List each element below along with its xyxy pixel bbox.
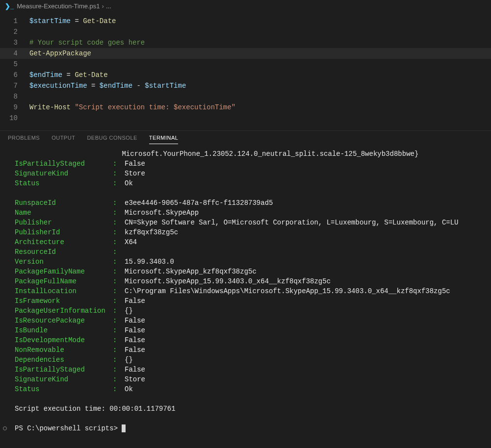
- line-number: 6: [0, 70, 29, 80]
- terminal-key: InstallLocation: [15, 286, 113, 296]
- terminal-sep: :: [113, 374, 125, 384]
- line-number: 8: [0, 91, 29, 102]
- terminal-kv-row: PublisherId: kzf8qxf38zg5c: [15, 227, 481, 237]
- terminal-sep: :: [113, 296, 125, 306]
- terminal-key: IsPartiallyStaged: [15, 159, 113, 169]
- code-line[interactable]: 10: [0, 113, 491, 124]
- code-line[interactable]: 3# Your script code goes here: [0, 37, 491, 48]
- code-line[interactable]: 4Get-AppxPackage: [0, 48, 491, 59]
- terminal-key: Architecture: [15, 237, 113, 247]
- line-number: 2: [0, 26, 29, 37]
- terminal-kv-row: RunspaceId: e3ee4446-9065-487a-8ffc-f113…: [15, 198, 481, 208]
- terminal-key: ResourceId: [15, 247, 113, 257]
- tab-terminal[interactable]: TERMINAL: [149, 135, 179, 144]
- code-line[interactable]: 1$startTime = Get-Date: [0, 16, 491, 26]
- terminal-kv-row: Dependencies: {}: [15, 355, 481, 365]
- terminal-sep: :: [113, 227, 125, 237]
- tab-debug-console[interactable]: DEBUG CONSOLE: [87, 135, 137, 144]
- terminal-kv-row: Architecture: X64: [15, 237, 481, 247]
- code-content[interactable]: # Your script code goes here: [29, 37, 491, 48]
- terminal-sep: :: [113, 306, 125, 316]
- terminal-kv-row: InstallLocation: C:\Program Files\Window…: [15, 286, 481, 296]
- terminal-kv-row: IsFramework: False: [15, 296, 481, 306]
- terminal-sep: :: [113, 316, 125, 325]
- terminal-sep: :: [113, 237, 125, 247]
- terminal-value: {}: [125, 355, 481, 365]
- code-line[interactable]: 6$endTime = Get-Date: [0, 70, 491, 80]
- terminal-sep: :: [113, 345, 125, 355]
- code-line[interactable]: 5: [0, 59, 491, 70]
- code-line[interactable]: 2: [0, 26, 491, 37]
- terminal-key: PackageFamilyName: [15, 267, 113, 276]
- terminal-sep: :: [113, 159, 125, 169]
- terminal-value: Store: [125, 374, 481, 384]
- terminal-kv-row: PackageUserInformation: {}: [15, 306, 481, 316]
- terminal-sep: :: [113, 218, 125, 227]
- terminal-sep: :: [113, 384, 125, 394]
- terminal-value: Ok: [125, 178, 481, 188]
- terminal-key: PackageUserInformation: [15, 306, 113, 316]
- terminal-prompt[interactable]: PS C:\powershell scripts>: [15, 423, 481, 433]
- terminal-value: 15.99.3403.0: [125, 257, 481, 267]
- line-number: 4: [0, 48, 29, 59]
- terminal-value: Store: [125, 169, 481, 178]
- terminal-value: Microsoft.SkypeApp: [125, 208, 481, 218]
- line-number: 7: [0, 80, 29, 91]
- line-number: 9: [0, 102, 29, 113]
- terminal-sep: :: [113, 355, 125, 365]
- code-content[interactable]: [29, 91, 491, 102]
- code-content[interactable]: [29, 59, 491, 70]
- terminal-value: False: [125, 296, 481, 306]
- terminal-value: Microsoft.SkypeApp_15.99.3403.0_x64__kzf…: [125, 276, 481, 286]
- terminal-kv-row: Version: 15.99.3403.0: [15, 257, 481, 267]
- code-content[interactable]: Get-AppxPackage: [29, 48, 491, 59]
- terminal-sep: :: [113, 335, 125, 345]
- terminal-panel[interactable]: Microsoft.YourPhone_1.23052.124.0_neutra…: [0, 144, 491, 438]
- terminal-sep: :: [113, 286, 125, 296]
- terminal-key: IsResourcePackage: [15, 316, 113, 325]
- terminal-key: IsDevelopmentMode: [15, 335, 113, 345]
- terminal-key: RunspaceId: [15, 198, 113, 208]
- terminal-kv-row: IsDevelopmentMode: False: [15, 335, 481, 345]
- line-number: 10: [0, 113, 29, 124]
- terminal-key: Status: [15, 178, 113, 188]
- terminal-value: False: [125, 365, 481, 374]
- terminal-key: Dependencies: [15, 355, 113, 365]
- code-line[interactable]: 7$executionTime = $endTime - $startTime: [0, 80, 491, 91]
- tab-output[interactable]: OUTPUT: [52, 135, 75, 144]
- breadcrumb[interactable]: ❯_ Measure-Execution-Time.ps1 › ...: [0, 0, 491, 12]
- code-content[interactable]: $startTime = Get-Date: [29, 16, 491, 26]
- terminal-kv-row: Publisher: CN=Skype Software Sarl, O=Mic…: [15, 218, 481, 227]
- terminal-sep: :: [113, 257, 125, 267]
- code-content[interactable]: $endTime = Get-Date: [29, 70, 491, 80]
- terminal-sep: :: [113, 178, 125, 188]
- tab-problems[interactable]: PROBLEMS: [8, 135, 40, 144]
- code-line[interactable]: 9Write-Host "Script execution time: $exe…: [0, 102, 491, 113]
- terminal-sep: :: [113, 198, 125, 208]
- terminal-kv-row: SignatureKind: Store: [15, 169, 481, 178]
- code-editor[interactable]: 1$startTime = Get-Date23# Your script co…: [0, 12, 491, 130]
- terminal-key: IsBundle: [15, 325, 113, 335]
- terminal-line: [15, 394, 481, 404]
- terminal-key: Version: [15, 257, 113, 267]
- code-content[interactable]: $executionTime = $endTime - $startTime: [29, 80, 491, 91]
- terminal-kv-row: NonRemovable: False: [15, 345, 481, 355]
- terminal-value: False: [125, 159, 481, 169]
- terminal-key: IsFramework: [15, 296, 113, 306]
- code-content[interactable]: [29, 26, 491, 37]
- terminal-key: PublisherId: [15, 227, 113, 237]
- code-line[interactable]: 8: [0, 91, 491, 102]
- terminal-value: Microsoft.SkypeApp_kzf8qxf38zg5c: [125, 267, 481, 276]
- code-content[interactable]: Write-Host "Script execution time: $exec…: [29, 102, 491, 113]
- code-content[interactable]: [29, 113, 491, 124]
- terminal-sep: :: [113, 169, 125, 178]
- terminal-sep: :: [113, 276, 125, 286]
- terminal-value: [125, 247, 481, 257]
- terminal-kv-row: SignatureKind: Store: [15, 374, 481, 384]
- terminal-value: e3ee4446-9065-487a-8ffc-f11328739ad5: [125, 198, 481, 208]
- line-number: 3: [0, 37, 29, 48]
- terminal-kv-row: IsResourcePackage: False: [15, 316, 481, 325]
- terminal-key: Name: [15, 208, 113, 218]
- terminal-sep: :: [113, 365, 125, 374]
- terminal-value: False: [125, 335, 481, 345]
